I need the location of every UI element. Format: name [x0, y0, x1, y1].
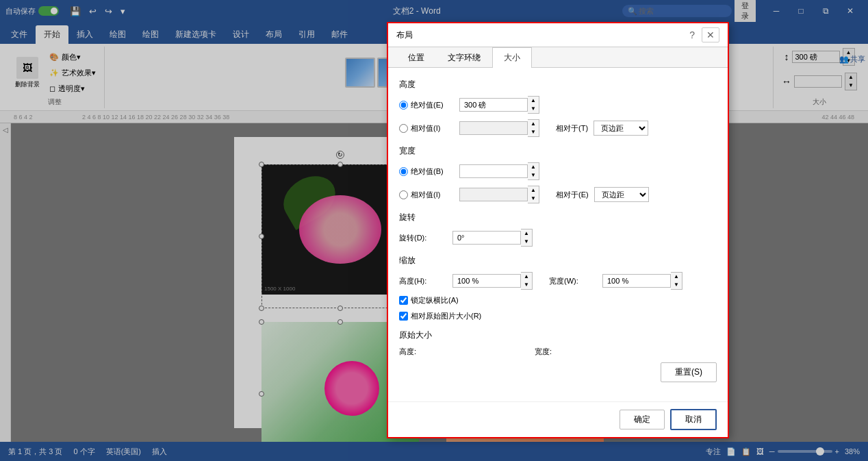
layout-dialog: 布局 ? ✕ 位置 文字环绕 大小 高度 绝对值(E) — [387, 22, 729, 438]
height-relative-to-dropdown[interactable]: 页边距 — [593, 121, 648, 136]
dialog-title: 布局 — [396, 29, 413, 41]
rotation-spin-btns: ▲ ▼ — [521, 229, 533, 247]
scale-width-input[interactable] — [602, 274, 671, 288]
rotation-section-title: 旋转 — [399, 212, 717, 223]
lock-ratio-label[interactable]: 锁定纵横比(A) — [399, 295, 459, 306]
rotation-row: 旋转(D): ▲ ▼ — [399, 229, 717, 247]
width-relative-radio-label[interactable]: 相对值(I) — [399, 190, 454, 200]
width-relative-to-select: 页边距 — [594, 187, 649, 202]
original-size-title: 原始大小 — [399, 329, 717, 341]
width-relative-to-label: 相对于(E) — [556, 190, 589, 200]
scale-height-input[interactable] — [452, 274, 521, 288]
width-relative-row: 相对值(I) ▲ ▼ 相对于(E) 页边距 — [399, 186, 717, 203]
relative-original-text: 相对原始图片大小(R) — [411, 311, 481, 321]
height-relative-radio-label[interactable]: 相对值(I) — [399, 123, 454, 134]
rotation-label: 旋转(D): — [399, 233, 447, 243]
height-rel-down[interactable]: ▼ — [528, 128, 539, 136]
width-relative-to-dropdown[interactable]: 页边距 — [594, 187, 649, 202]
scale-height-label: 高度(H): — [399, 276, 447, 286]
height-rel-spin-btns: ▲ ▼ — [528, 119, 539, 137]
width-abs-down[interactable]: ▼ — [528, 171, 539, 179]
dialog-close-btn[interactable]: ✕ — [702, 27, 719, 42]
width-abs-spin-btns: ▲ ▼ — [528, 162, 539, 180]
height-relative-input[interactable] — [459, 121, 528, 135]
height-abs-down[interactable]: ▼ — [528, 105, 539, 113]
width-absolute-radio-label[interactable]: 绝对值(B) — [399, 166, 454, 177]
height-absolute-spin: ▲ ▼ — [459, 96, 539, 114]
rotation-down[interactable]: ▼ — [521, 238, 532, 246]
dialog-tabs: 位置 文字环绕 大小 — [388, 47, 728, 68]
height-absolute-radio[interactable] — [399, 101, 408, 110]
width-section-title: 宽度 — [399, 145, 717, 157]
height-absolute-radio-label[interactable]: 绝对值(E) — [399, 100, 454, 110]
height-relative-to-select: 页边距 — [593, 121, 648, 136]
dialog-body: 高度 绝对值(E) ▲ ▼ — [388, 68, 728, 401]
cancel-button[interactable]: 取消 — [670, 409, 717, 430]
dialog-overlay: 布局 ? ✕ 位置 文字环绕 大小 高度 绝对值(E) — [0, 0, 868, 461]
height-abs-up[interactable]: ▲ — [528, 97, 539, 105]
dialog-tab-size[interactable]: 大小 — [492, 47, 532, 68]
original-size-section: 原始大小 高度: 宽度: 重置(S) — [399, 329, 717, 382]
dialog-footer: 确定 取消 — [388, 401, 728, 437]
orig-height-label: 高度: — [399, 347, 447, 357]
width-abs-up[interactable]: ▲ — [528, 163, 539, 171]
width-absolute-radio[interactable] — [399, 167, 408, 176]
lock-ratio-row: 锁定纵横比(A) — [399, 295, 717, 306]
height-relative-label: 相对值(I) — [411, 123, 440, 134]
width-relative-spin: ▲ ▼ — [459, 186, 539, 203]
width-absolute-spin: ▲ ▼ — [459, 162, 539, 180]
scale-h-up[interactable]: ▲ — [521, 273, 532, 281]
lock-ratio-checkbox[interactable] — [399, 296, 408, 305]
dialog-tab-text-wrap[interactable]: 文字环绕 — [436, 47, 492, 68]
rotation-spin: ▲ ▼ — [452, 229, 533, 247]
scale-w-spin-btns: ▲ ▼ — [671, 272, 682, 290]
height-relative-row: 相对值(I) ▲ ▼ 相对于(T) 页边距 — [399, 119, 717, 137]
height-absolute-row: 绝对值(E) ▲ ▼ — [399, 96, 717, 114]
width-relative-input[interactable] — [459, 188, 528, 201]
rotation-up[interactable]: ▲ — [521, 229, 532, 238]
ok-button[interactable]: 确定 — [620, 410, 665, 429]
width-absolute-row: 绝对值(B) ▲ ▼ — [399, 162, 717, 180]
orig-width-label: 宽度: — [535, 347, 583, 357]
original-size-row: 高度: 宽度: — [399, 347, 717, 357]
height-relative-to-label: 相对于(T) — [556, 123, 588, 134]
height-absolute-input[interactable] — [459, 98, 528, 112]
width-rel-spin-btns: ▲ ▼ — [528, 186, 539, 203]
scale-width-spin: ▲ ▼ — [602, 272, 682, 290]
width-relative-radio[interactable] — [399, 190, 408, 199]
scale-height-spin: ▲ ▼ — [452, 272, 533, 290]
rotation-input[interactable] — [452, 231, 521, 245]
dialog-help-btn[interactable]: ? — [685, 28, 699, 42]
scale-width-label: 宽度(W): — [549, 276, 597, 286]
scale-section: 缩放 高度(H): ▲ ▼ 宽度(W): ▲ — [399, 255, 717, 321]
height-rel-up[interactable]: ▲ — [528, 120, 539, 128]
lock-ratio-text: 锁定纵横比(A) — [411, 295, 459, 306]
relative-original-row: 相对原始图片大小(R) — [399, 311, 717, 321]
width-section: 宽度 绝对值(B) ▲ ▼ — [399, 145, 717, 203]
scale-section-title: 缩放 — [399, 255, 717, 266]
width-rel-up[interactable]: ▲ — [528, 186, 539, 195]
width-absolute-input[interactable] — [459, 164, 528, 178]
scale-w-down[interactable]: ▼ — [671, 281, 682, 289]
scale-row: 高度(H): ▲ ▼ 宽度(W): ▲ ▼ — [399, 272, 717, 290]
scale-w-up[interactable]: ▲ — [671, 273, 682, 281]
rotation-section: 旋转 旋转(D): ▲ ▼ — [399, 212, 717, 247]
height-relative-radio[interactable] — [399, 124, 408, 133]
dialog-tab-position[interactable]: 位置 — [396, 47, 436, 68]
height-section-title: 高度 — [399, 79, 717, 90]
width-absolute-label: 绝对值(B) — [411, 166, 444, 177]
width-rel-down[interactable]: ▼ — [528, 195, 539, 203]
scale-h-down[interactable]: ▼ — [521, 281, 532, 289]
width-relative-label: 相对值(I) — [411, 190, 440, 200]
height-section: 高度 绝对值(E) ▲ ▼ — [399, 79, 717, 137]
height-absolute-label: 绝对值(E) — [411, 100, 444, 110]
relative-original-label[interactable]: 相对原始图片大小(R) — [399, 311, 481, 321]
dialog-title-bar: 布局 ? ✕ — [388, 23, 728, 47]
reset-button[interactable]: 重置(S) — [661, 362, 717, 382]
relative-original-checkbox[interactable] — [399, 312, 408, 321]
height-relative-spin: ▲ ▼ — [459, 119, 539, 137]
scale-h-spin-btns: ▲ ▼ — [521, 272, 533, 290]
height-abs-spin-btns: ▲ ▼ — [528, 96, 539, 114]
